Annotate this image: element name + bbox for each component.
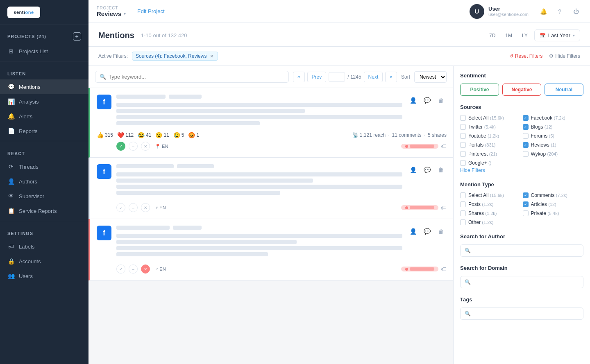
- neutral-sentiment-btn-1[interactable]: –: [129, 142, 138, 151]
- comment-button-3[interactable]: 💬: [421, 226, 433, 237]
- reset-filters-button[interactable]: ↺ Reset Filters: [509, 53, 542, 59]
- mention-type-item-mt-ar[interactable]: ✓ Articles (12): [523, 201, 584, 207]
- sidebar-item-authors[interactable]: 👤 Authors: [0, 174, 88, 189]
- checkbox-src-po[interactable]: [460, 142, 466, 148]
- sidebar-item-alerts[interactable]: 🔔 Alerts: [0, 109, 88, 124]
- negative-filter-button[interactable]: Negative: [502, 84, 541, 96]
- neutral-sentiment-btn-2[interactable]: –: [129, 203, 138, 212]
- checkbox-src-pi[interactable]: [460, 151, 466, 157]
- page-number-input[interactable]: 1: [329, 72, 345, 82]
- comment-button-1[interactable]: 💬: [421, 95, 433, 106]
- search-author-input[interactable]: [473, 248, 579, 253]
- checkbox-src-gp[interactable]: [460, 160, 466, 166]
- negative-sentiment-btn-1[interactable]: ✕: [141, 142, 150, 151]
- sidebar-item-supervisor[interactable]: 👁 Supervisor: [0, 189, 88, 203]
- checkbox-mt-sh[interactable]: [460, 210, 466, 216]
- checkbox-src-all[interactable]: [460, 115, 466, 121]
- hide-filters-link[interactable]: Hide Filters: [460, 167, 485, 173]
- assign-button-1[interactable]: 👤: [407, 95, 419, 106]
- edit-project-link[interactable]: Edit Project: [137, 8, 164, 14]
- source-item-src-wk[interactable]: Wykop (204): [523, 151, 584, 157]
- neutral-filter-button[interactable]: Neutral: [545, 84, 583, 96]
- checkbox-src-tw[interactable]: [460, 124, 466, 130]
- checkbox-mt-all[interactable]: [460, 192, 466, 198]
- label-text-1: [410, 145, 434, 148]
- date-range-button[interactable]: 📅 Last Year ▾: [534, 29, 580, 41]
- checkbox-mt-po[interactable]: [460, 201, 466, 207]
- sidebar-item-analysis[interactable]: 📊 Analysis: [0, 94, 88, 109]
- mention-actions-3: 👤 💬 🗑: [407, 226, 447, 237]
- source-item-src-all[interactable]: Select All (15.6k): [460, 115, 521, 121]
- checkbox-src-bl[interactable]: ✓: [523, 124, 529, 130]
- source-item-src-pi[interactable]: Pinterest (21): [460, 151, 521, 157]
- negative-sentiment-btn-2[interactable]: ✕: [141, 203, 150, 212]
- last-page-button[interactable]: »: [385, 72, 397, 82]
- user-area: U User user@sentione.com 🔔 ? ⏻: [470, 4, 582, 19]
- checkbox-src-yt[interactable]: [460, 133, 466, 139]
- checkbox-src-wk[interactable]: [523, 151, 529, 157]
- sidebar-item-labels[interactable]: 🏷 Labels: [0, 239, 88, 254]
- source-item-src-po[interactable]: Portals (831): [460, 142, 521, 148]
- next-page-button[interactable]: Next: [364, 72, 383, 82]
- mention-type-item-mt-ot[interactable]: Other (1.2k): [460, 219, 521, 225]
- add-project-button[interactable]: +: [73, 32, 81, 41]
- source-item-src-gp[interactable]: Google+ (): [460, 160, 521, 166]
- prev-page-button[interactable]: Prev: [307, 72, 327, 82]
- sidebar-item-accounts[interactable]: 🔒 Accounts: [0, 254, 88, 269]
- mention-type-item-mt-sh[interactable]: Shares (1.2k): [460, 210, 521, 216]
- first-page-button[interactable]: «: [293, 72, 305, 82]
- tags-input[interactable]: [473, 311, 579, 317]
- time-ly-button[interactable]: LY: [519, 31, 531, 40]
- checkbox-mt-co[interactable]: ✓: [523, 192, 529, 198]
- power-icon[interactable]: ⏻: [570, 6, 582, 17]
- time-1m-button[interactable]: 1M: [502, 31, 515, 40]
- source-item-src-rv[interactable]: ✓ Reviews (1): [523, 142, 584, 148]
- sidebar-item-projects-list[interactable]: ⊞ Projects List: [0, 44, 88, 59]
- notifications-icon[interactable]: 🔔: [538, 6, 549, 17]
- positive-filter-button[interactable]: Positive: [460, 84, 499, 96]
- keyword-search-input[interactable]: [109, 74, 284, 80]
- mention-type-item-mt-po[interactable]: Posts (1.2k): [460, 201, 521, 207]
- assign-button-3[interactable]: 👤: [407, 226, 419, 237]
- filter-tag-sources[interactable]: Sources (4): Facebook, Reviews ✕: [132, 52, 218, 61]
- checkbox-mt-ot[interactable]: [460, 219, 466, 225]
- checkbox-mt-pr[interactable]: [523, 210, 529, 216]
- checkbox-src-fo[interactable]: [523, 133, 529, 139]
- sidebar-item-service-reports[interactable]: 📋 Service Reports: [0, 203, 88, 218]
- source-item-src-bl[interactable]: ✓ Blogs (12): [523, 124, 584, 130]
- source-item-src-yt[interactable]: Youtube (1.2k): [460, 133, 521, 139]
- hide-filters-button[interactable]: ⚙ Hide Filters: [549, 53, 580, 59]
- delete-button-3[interactable]: 🗑: [435, 226, 447, 237]
- neutral-sentiment-btn-3[interactable]: –: [129, 265, 138, 274]
- source-item-src-fb[interactable]: ✓ Facebook (7.2k): [523, 115, 584, 121]
- sidebar-item-mentions[interactable]: 💬 Mentions: [0, 79, 88, 94]
- sidebar-item-users[interactable]: 👥 Users: [0, 269, 88, 283]
- search-domain-input[interactable]: [473, 279, 579, 285]
- delete-button-1[interactable]: 🗑: [435, 95, 447, 106]
- source-item-src-tw[interactable]: Twitter (5.4k): [460, 124, 521, 130]
- source-item-src-fo[interactable]: Forums (5): [523, 133, 584, 139]
- add-tag-icon-2[interactable]: 🏷: [441, 204, 447, 211]
- positive-sentiment-btn-3[interactable]: ✓: [116, 265, 125, 274]
- mention-type-item-mt-all[interactable]: Select All (15.6k): [460, 192, 521, 198]
- mention-type-item-mt-pr[interactable]: Private (5.4k): [523, 210, 584, 216]
- project-selector[interactable]: PROJECT Reviews ▾: [97, 6, 126, 17]
- time-7d-button[interactable]: 7D: [486, 31, 499, 40]
- filter-tag-close[interactable]: ✕: [209, 53, 214, 59]
- checkbox-src-fb[interactable]: ✓: [523, 115, 529, 121]
- sidebar-item-threads[interactable]: ⟳ Threads: [0, 159, 88, 174]
- comment-button-2[interactable]: 💬: [421, 164, 433, 176]
- negative-sentiment-btn-3[interactable]: ✕: [141, 265, 150, 274]
- positive-sentiment-btn-2[interactable]: ✓: [116, 203, 125, 212]
- help-icon[interactable]: ?: [554, 6, 565, 17]
- sidebar-item-reports[interactable]: 📄 Reports: [0, 124, 88, 138]
- checkbox-mt-ar[interactable]: ✓: [523, 201, 529, 207]
- sort-select[interactable]: Newest: [414, 71, 447, 83]
- add-tag-icon-1[interactable]: 🏷: [441, 143, 447, 149]
- positive-sentiment-btn-1[interactable]: ✓: [116, 142, 125, 151]
- delete-button-2[interactable]: 🗑: [435, 164, 447, 176]
- checkbox-src-rv[interactable]: ✓: [523, 142, 529, 148]
- assign-button-2[interactable]: 👤: [407, 164, 419, 176]
- add-tag-icon-3[interactable]: 🏷: [441, 266, 447, 272]
- mention-type-item-mt-co[interactable]: ✓ Comments (7.2k): [523, 192, 584, 198]
